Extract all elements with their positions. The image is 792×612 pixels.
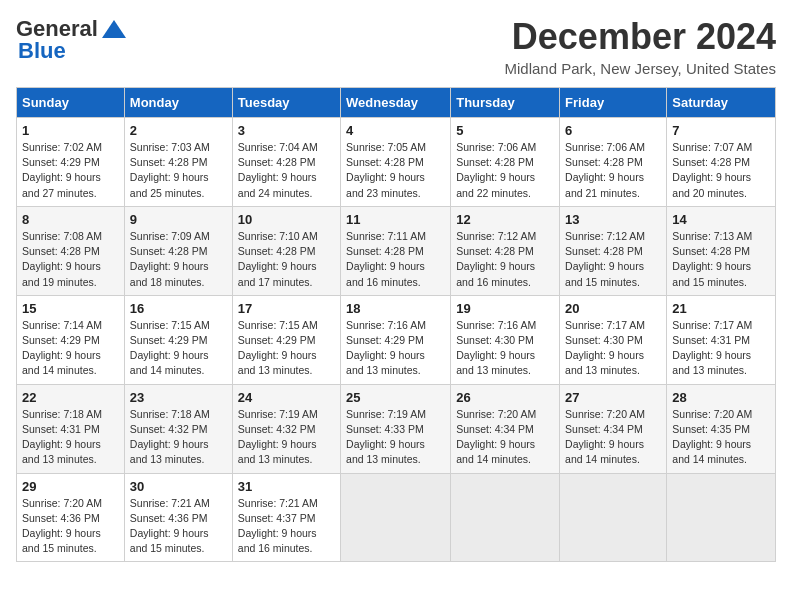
calendar-cell: 8Sunrise: 7:08 AMSunset: 4:28 PMDaylight… <box>17 206 125 295</box>
day-number: 24 <box>238 390 335 405</box>
calendar-cell: 4Sunrise: 7:05 AMSunset: 4:28 PMDaylight… <box>341 118 451 207</box>
calendar-cell: 9Sunrise: 7:09 AMSunset: 4:28 PMDaylight… <box>124 206 232 295</box>
calendar-cell: 2Sunrise: 7:03 AMSunset: 4:28 PMDaylight… <box>124 118 232 207</box>
day-number: 13 <box>565 212 661 227</box>
calendar-cell <box>560 473 667 562</box>
day-number: 6 <box>565 123 661 138</box>
day-info: Sunrise: 7:12 AMSunset: 4:28 PMDaylight:… <box>565 229 661 290</box>
day-number: 10 <box>238 212 335 227</box>
day-number: 15 <box>22 301 119 316</box>
calendar-cell <box>451 473 560 562</box>
day-info: Sunrise: 7:16 AMSunset: 4:29 PMDaylight:… <box>346 318 445 379</box>
logo: General Blue <box>16 16 128 64</box>
calendar-cell: 31Sunrise: 7:21 AMSunset: 4:37 PMDayligh… <box>232 473 340 562</box>
day-number: 8 <box>22 212 119 227</box>
day-number: 28 <box>672 390 770 405</box>
calendar-cell <box>341 473 451 562</box>
calendar-cell: 30Sunrise: 7:21 AMSunset: 4:36 PMDayligh… <box>124 473 232 562</box>
day-info: Sunrise: 7:18 AMSunset: 4:31 PMDaylight:… <box>22 407 119 468</box>
day-number: 3 <box>238 123 335 138</box>
day-number: 4 <box>346 123 445 138</box>
calendar-cell: 14Sunrise: 7:13 AMSunset: 4:28 PMDayligh… <box>667 206 776 295</box>
calendar-cell: 16Sunrise: 7:15 AMSunset: 4:29 PMDayligh… <box>124 295 232 384</box>
calendar-header-row: SundayMondayTuesdayWednesdayThursdayFrid… <box>17 88 776 118</box>
day-info: Sunrise: 7:15 AMSunset: 4:29 PMDaylight:… <box>238 318 335 379</box>
day-info: Sunrise: 7:17 AMSunset: 4:31 PMDaylight:… <box>672 318 770 379</box>
day-info: Sunrise: 7:09 AMSunset: 4:28 PMDaylight:… <box>130 229 227 290</box>
day-info: Sunrise: 7:20 AMSunset: 4:35 PMDaylight:… <box>672 407 770 468</box>
calendar-cell: 22Sunrise: 7:18 AMSunset: 4:31 PMDayligh… <box>17 384 125 473</box>
day-info: Sunrise: 7:21 AMSunset: 4:37 PMDaylight:… <box>238 496 335 557</box>
calendar-week-5: 29Sunrise: 7:20 AMSunset: 4:36 PMDayligh… <box>17 473 776 562</box>
day-info: Sunrise: 7:07 AMSunset: 4:28 PMDaylight:… <box>672 140 770 201</box>
day-info: Sunrise: 7:11 AMSunset: 4:28 PMDaylight:… <box>346 229 445 290</box>
calendar-cell: 21Sunrise: 7:17 AMSunset: 4:31 PMDayligh… <box>667 295 776 384</box>
day-info: Sunrise: 7:08 AMSunset: 4:28 PMDaylight:… <box>22 229 119 290</box>
calendar-cell: 26Sunrise: 7:20 AMSunset: 4:34 PMDayligh… <box>451 384 560 473</box>
header-day-wednesday: Wednesday <box>341 88 451 118</box>
day-info: Sunrise: 7:06 AMSunset: 4:28 PMDaylight:… <box>456 140 554 201</box>
day-number: 12 <box>456 212 554 227</box>
day-number: 11 <box>346 212 445 227</box>
calendar-cell: 20Sunrise: 7:17 AMSunset: 4:30 PMDayligh… <box>560 295 667 384</box>
title-area: December 2024 Midland Park, New Jersey, … <box>504 16 776 77</box>
calendar-cell: 10Sunrise: 7:10 AMSunset: 4:28 PMDayligh… <box>232 206 340 295</box>
day-info: Sunrise: 7:18 AMSunset: 4:32 PMDaylight:… <box>130 407 227 468</box>
calendar-table: SundayMondayTuesdayWednesdayThursdayFrid… <box>16 87 776 562</box>
day-number: 16 <box>130 301 227 316</box>
calendar-cell: 13Sunrise: 7:12 AMSunset: 4:28 PMDayligh… <box>560 206 667 295</box>
day-number: 30 <box>130 479 227 494</box>
day-number: 25 <box>346 390 445 405</box>
day-number: 2 <box>130 123 227 138</box>
day-info: Sunrise: 7:20 AMSunset: 4:34 PMDaylight:… <box>565 407 661 468</box>
day-info: Sunrise: 7:12 AMSunset: 4:28 PMDaylight:… <box>456 229 554 290</box>
calendar-cell: 7Sunrise: 7:07 AMSunset: 4:28 PMDaylight… <box>667 118 776 207</box>
header-day-saturday: Saturday <box>667 88 776 118</box>
calendar-cell: 19Sunrise: 7:16 AMSunset: 4:30 PMDayligh… <box>451 295 560 384</box>
calendar-week-2: 8Sunrise: 7:08 AMSunset: 4:28 PMDaylight… <box>17 206 776 295</box>
day-info: Sunrise: 7:04 AMSunset: 4:28 PMDaylight:… <box>238 140 335 201</box>
day-number: 26 <box>456 390 554 405</box>
page-title: December 2024 <box>504 16 776 58</box>
calendar-cell: 11Sunrise: 7:11 AMSunset: 4:28 PMDayligh… <box>341 206 451 295</box>
day-number: 21 <box>672 301 770 316</box>
header-day-monday: Monday <box>124 88 232 118</box>
calendar-cell: 12Sunrise: 7:12 AMSunset: 4:28 PMDayligh… <box>451 206 560 295</box>
header-day-sunday: Sunday <box>17 88 125 118</box>
day-info: Sunrise: 7:20 AMSunset: 4:34 PMDaylight:… <box>456 407 554 468</box>
day-number: 29 <box>22 479 119 494</box>
header: General Blue December 2024 Midland Park,… <box>16 16 776 77</box>
day-info: Sunrise: 7:02 AMSunset: 4:29 PMDaylight:… <box>22 140 119 201</box>
day-info: Sunrise: 7:19 AMSunset: 4:32 PMDaylight:… <box>238 407 335 468</box>
svg-marker-0 <box>102 20 126 38</box>
header-day-thursday: Thursday <box>451 88 560 118</box>
calendar-cell: 25Sunrise: 7:19 AMSunset: 4:33 PMDayligh… <box>341 384 451 473</box>
day-info: Sunrise: 7:15 AMSunset: 4:29 PMDaylight:… <box>130 318 227 379</box>
calendar-week-3: 15Sunrise: 7:14 AMSunset: 4:29 PMDayligh… <box>17 295 776 384</box>
day-number: 27 <box>565 390 661 405</box>
calendar-week-4: 22Sunrise: 7:18 AMSunset: 4:31 PMDayligh… <box>17 384 776 473</box>
calendar-cell <box>667 473 776 562</box>
calendar-cell: 27Sunrise: 7:20 AMSunset: 4:34 PMDayligh… <box>560 384 667 473</box>
day-number: 14 <box>672 212 770 227</box>
calendar-cell: 3Sunrise: 7:04 AMSunset: 4:28 PMDaylight… <box>232 118 340 207</box>
day-info: Sunrise: 7:19 AMSunset: 4:33 PMDaylight:… <box>346 407 445 468</box>
day-number: 1 <box>22 123 119 138</box>
calendar-cell: 17Sunrise: 7:15 AMSunset: 4:29 PMDayligh… <box>232 295 340 384</box>
day-number: 9 <box>130 212 227 227</box>
calendar-cell: 5Sunrise: 7:06 AMSunset: 4:28 PMDaylight… <box>451 118 560 207</box>
day-info: Sunrise: 7:16 AMSunset: 4:30 PMDaylight:… <box>456 318 554 379</box>
day-info: Sunrise: 7:21 AMSunset: 4:36 PMDaylight:… <box>130 496 227 557</box>
logo-icon <box>100 18 128 40</box>
day-number: 19 <box>456 301 554 316</box>
calendar-cell: 23Sunrise: 7:18 AMSunset: 4:32 PMDayligh… <box>124 384 232 473</box>
day-number: 23 <box>130 390 227 405</box>
day-number: 20 <box>565 301 661 316</box>
day-info: Sunrise: 7:14 AMSunset: 4:29 PMDaylight:… <box>22 318 119 379</box>
calendar-cell: 1Sunrise: 7:02 AMSunset: 4:29 PMDaylight… <box>17 118 125 207</box>
header-day-tuesday: Tuesday <box>232 88 340 118</box>
calendar-week-1: 1Sunrise: 7:02 AMSunset: 4:29 PMDaylight… <box>17 118 776 207</box>
day-number: 5 <box>456 123 554 138</box>
calendar-cell: 15Sunrise: 7:14 AMSunset: 4:29 PMDayligh… <box>17 295 125 384</box>
calendar-cell: 6Sunrise: 7:06 AMSunset: 4:28 PMDaylight… <box>560 118 667 207</box>
